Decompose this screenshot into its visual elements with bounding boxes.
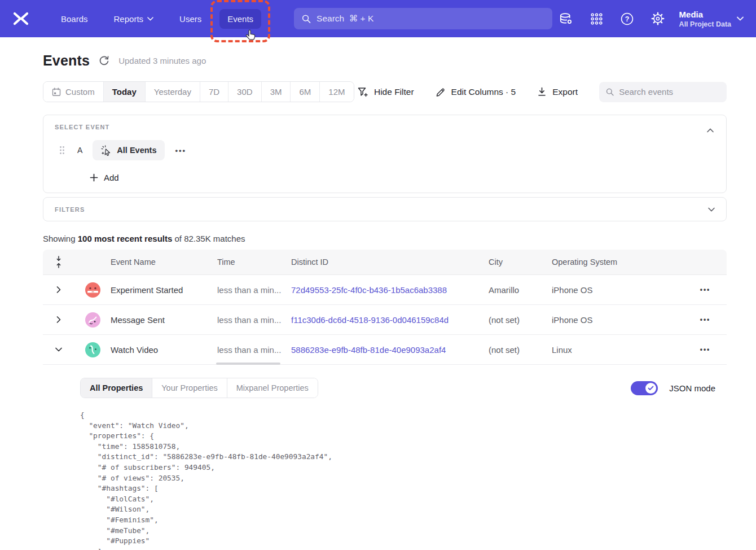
edit-columns-label: Edit Columns · 5 xyxy=(451,87,516,97)
event-avatar xyxy=(85,282,100,298)
filters-label: FILTERS xyxy=(55,206,85,213)
city-cell: Amarillo xyxy=(489,285,552,295)
hand-cursor-icon xyxy=(244,29,257,42)
hide-filter-button[interactable]: Hide Filter xyxy=(358,87,414,97)
date-option-custom[interactable]: Custom xyxy=(43,82,103,102)
row-actions-button[interactable]: ••• xyxy=(684,346,727,353)
row-actions-button[interactable]: ••• xyxy=(684,316,727,324)
json-mode-toggle[interactable] xyxy=(631,381,658,395)
table-row: Message Sent less than a min... f11c30d6… xyxy=(43,305,727,335)
column-header-os: Operating System xyxy=(552,257,630,267)
os-cell: iPhone OS xyxy=(552,285,630,295)
mixpanel-logo[interactable] xyxy=(11,11,30,26)
tab-all-properties[interactable]: All Properties xyxy=(81,378,152,398)
table-row-expanded: Watch Video less than a min... 5886283e-… xyxy=(43,335,727,365)
chevron-down-icon xyxy=(147,17,153,21)
page-title: Events xyxy=(43,53,90,69)
date-option-label: Custom xyxy=(65,87,95,97)
date-option-30d[interactable]: 30D xyxy=(228,82,261,102)
nav-item-events[interactable]: Events xyxy=(219,9,261,29)
date-option-6m[interactable]: 6M xyxy=(290,82,319,102)
date-option-12m[interactable]: 12M xyxy=(319,82,353,102)
chevron-up-icon xyxy=(707,128,714,133)
event-json-content: { "event": "Watch Video", "properties": … xyxy=(80,410,727,550)
nav-icon-group: ? xyxy=(559,12,665,25)
event-detail-panel: All Properties Your Properties Mixpanel … xyxy=(43,365,727,550)
row-collapse-chevron[interactable] xyxy=(52,344,65,355)
event-row-menu-button[interactable]: ••• xyxy=(175,146,186,155)
all-events-button[interactable]: All Events xyxy=(93,140,165,160)
row-expand-chevron[interactable] xyxy=(53,313,64,326)
nav-item-boards[interactable]: Boards xyxy=(53,9,96,29)
date-option-7d[interactable]: 7D xyxy=(200,82,228,102)
events-table: Event Name Time Distinct ID City Operati… xyxy=(43,250,727,550)
event-time-cell: less than a min... xyxy=(217,345,291,355)
distinct-id-link[interactable]: f11c30d6-dc6d-4518-9136-0d046159c84d xyxy=(291,315,489,325)
select-event-label: SELECT EVENT xyxy=(55,124,715,130)
hide-filter-label: Hide Filter xyxy=(374,87,414,97)
global-search-input[interactable] xyxy=(317,14,544,24)
table-header-row: Event Name Time Distinct ID City Operati… xyxy=(43,250,727,275)
drag-handle-icon[interactable] xyxy=(59,146,65,155)
row-expand-chevron[interactable] xyxy=(53,283,64,296)
search-events-input[interactable] xyxy=(619,87,720,97)
table-row: Experiment Started less than a min... 72… xyxy=(43,275,727,305)
collapse-expand-all-icon[interactable] xyxy=(55,256,62,268)
column-header-distinct-id: Distinct ID xyxy=(291,257,489,267)
nav-item-users[interactable]: Users xyxy=(172,9,209,29)
event-time-cell: less than a min... xyxy=(217,315,291,325)
plus-icon xyxy=(90,173,98,182)
date-option-today[interactable]: Today xyxy=(103,82,145,102)
tab-mixpanel-properties[interactable]: Mixpanel Properties xyxy=(227,378,318,398)
global-search[interactable] xyxy=(294,8,552,29)
horizontal-scrollbar-thumb[interactable] xyxy=(216,363,280,365)
row-actions-button[interactable]: ••• xyxy=(684,286,727,294)
tab-your-properties[interactable]: Your Properties xyxy=(152,378,226,398)
top-nav: Boards Reports Users Events xyxy=(0,0,756,37)
add-event-label: Add xyxy=(104,173,119,182)
column-header-event-name: Event Name xyxy=(111,257,217,267)
refresh-icon[interactable] xyxy=(99,55,109,66)
apps-grid-icon[interactable] xyxy=(590,12,603,25)
column-header-city: City xyxy=(489,257,552,267)
search-events-box[interactable] xyxy=(599,82,727,102)
results-prefix: Showing xyxy=(43,234,78,243)
date-option-yesterday[interactable]: Yesterday xyxy=(145,82,200,102)
chevron-down-icon[interactable] xyxy=(708,207,715,212)
add-event-button[interactable]: Add xyxy=(90,173,119,182)
json-mode-label: JSON mode xyxy=(669,383,715,393)
properties-tabs: All Properties Your Properties Mixpanel … xyxy=(80,378,318,398)
data-management-icon[interactable] xyxy=(559,12,573,25)
svg-text:?: ? xyxy=(625,15,629,23)
event-avatar xyxy=(85,342,100,357)
project-name: Media xyxy=(679,9,731,20)
project-switcher[interactable]: Media All Project Data xyxy=(679,9,744,29)
filters-panel[interactable]: FILTERS xyxy=(43,197,727,221)
event-name-cell: Experiment Started xyxy=(111,285,217,295)
edit-columns-button[interactable]: Edit Columns · 5 xyxy=(436,87,516,97)
export-label: Export xyxy=(552,87,578,97)
updated-timestamp: Updated 3 minutes ago xyxy=(118,56,206,66)
event-name-cell: Message Sent xyxy=(111,315,217,325)
export-button[interactable]: Export xyxy=(537,87,578,97)
date-range-control: Custom Today Yesterday 7D 30D 3M 6M 12M xyxy=(43,81,354,102)
search-icon xyxy=(606,88,614,97)
results-summary: Showing 100 most recent results of 82.35… xyxy=(43,234,727,243)
distinct-id-link[interactable]: 5886283e-e9fb-48fb-81de-40e9093a2af4 xyxy=(291,345,489,355)
download-icon xyxy=(537,87,547,97)
help-icon[interactable]: ? xyxy=(621,12,634,25)
check-icon xyxy=(648,386,654,391)
filter-icon xyxy=(358,87,368,97)
collapse-panel-chevron[interactable] xyxy=(705,123,716,137)
calendar-icon xyxy=(52,88,61,97)
date-option-3m[interactable]: 3M xyxy=(261,82,291,102)
distinct-id-link[interactable]: 72d49553-25fc-4f0c-b436-1b5ac6ab3388 xyxy=(291,285,489,295)
column-header-time: Time xyxy=(217,257,291,267)
magic-cursor-icon xyxy=(101,145,112,156)
nav-events-wrapper: Events xyxy=(219,9,261,29)
os-cell: iPhone OS xyxy=(552,315,630,325)
nav-item-reports[interactable]: Reports xyxy=(106,9,162,29)
settings-gear-icon[interactable] xyxy=(651,12,665,25)
toggle-knob xyxy=(645,383,656,394)
chevron-down-icon xyxy=(737,16,744,21)
